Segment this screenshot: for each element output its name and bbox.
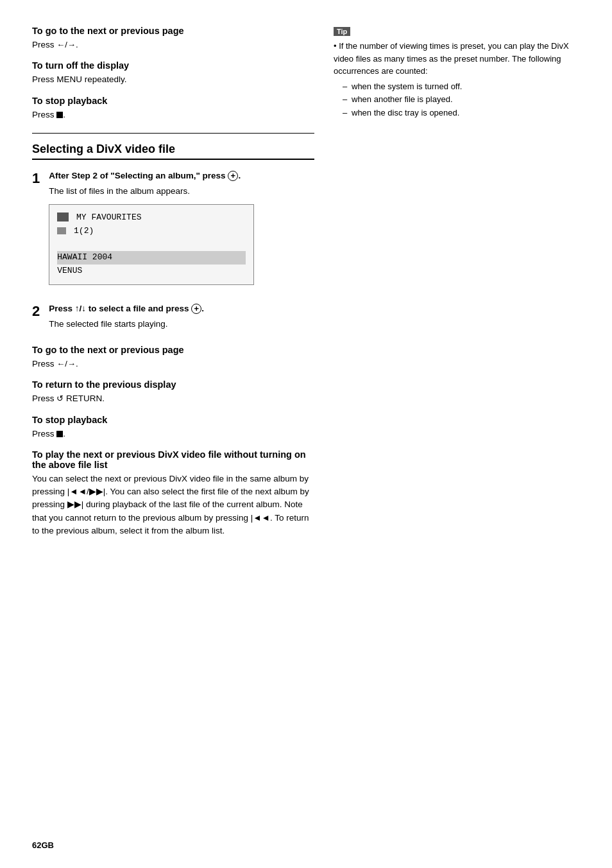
sub-icon xyxy=(57,227,66,234)
display-box: MY FAVOURITES 1(2) HAWAII 2004 VENUS xyxy=(49,204,254,285)
divider-1 xyxy=(32,133,314,134)
step-2-title: Press ↑/↓ to select a file and press +. xyxy=(49,303,314,315)
display-line-4: VENUS xyxy=(57,265,246,278)
section-body-stop-lower: Press . xyxy=(32,428,314,440)
display-text-2: 1(2) xyxy=(74,226,94,236)
step-2-number: 2 xyxy=(32,303,40,320)
stop-symbol-2 xyxy=(56,431,63,437)
section-body-turn-off: Press MENU repeatedly. xyxy=(32,73,314,86)
section-heading-stop-lower: To stop playback xyxy=(32,415,314,425)
section-body-stop-top: Press . xyxy=(32,108,314,121)
step-2-content: Press ↑/↓ to select a file and press +. … xyxy=(49,303,314,337)
tip-item-1: when the system is turned off. xyxy=(343,80,580,94)
arrow-left-right-symbol-2: ←/→ xyxy=(56,359,76,369)
section-next-prev-page-top: To go to the next or previous page Press… xyxy=(32,26,314,51)
display-line-2: 1(2) xyxy=(57,225,246,238)
two-column-layout: To go to the next or previous page Press… xyxy=(32,26,580,842)
tip-list: when the system is turned off. when anot… xyxy=(334,80,580,120)
main-section-heading: Selecting a DivX video file xyxy=(32,143,314,160)
return-symbol: ↺ xyxy=(56,394,64,403)
stop-symbol-1 xyxy=(56,112,63,118)
section-body-next-prev-lower: Press ←/→. xyxy=(32,358,314,370)
section-stop-playback-lower: To stop playback Press . xyxy=(32,415,314,440)
section-body-return: Press ↺ RETURN. xyxy=(32,392,314,405)
step-1-body: The list of files in the album appears. xyxy=(49,185,314,198)
display-text-1: MY FAVOURITES xyxy=(76,213,141,222)
tip-item-3: when the disc tray is opened. xyxy=(343,107,580,120)
tip-item-2: when another file is played. xyxy=(343,93,580,107)
section-stop-playback-top: To stop playback Press . xyxy=(32,96,314,121)
display-line-1: MY FAVOURITES xyxy=(57,211,246,225)
section-body-next-prev-top: Press ←/→. xyxy=(32,39,314,51)
tip-box: Tip • If the number of viewing times is … xyxy=(334,26,580,120)
arrow-left-right-symbol-1: ←/→ xyxy=(56,40,76,49)
display-line-3-highlight: HAWAII 2004 xyxy=(57,251,246,265)
step-1-number: 1 xyxy=(32,170,40,187)
step-1-title: After Step 2 of "Selecting an album," pr… xyxy=(49,170,314,182)
step-1-content: After Step 2 of "Selecting an album," pr… xyxy=(49,170,314,295)
step-2-body: The selected file starts playing. xyxy=(49,318,314,331)
section-heading-return: To return to the previous display xyxy=(32,379,314,390)
tip-label-text: Tip xyxy=(334,27,350,36)
section-heading-turn-off: To turn off the display xyxy=(32,60,314,71)
section-heading-stop-top: To stop playback xyxy=(32,96,314,106)
circle-plus-2: + xyxy=(191,304,201,314)
circle-plus-1: + xyxy=(228,171,238,181)
tip-intro: • If the number of viewing times is pres… xyxy=(334,40,580,78)
step-2-row: 2 Press ↑/↓ to select a file and press +… xyxy=(32,303,314,337)
section-heading-play-next: To play the next or previous DivX video … xyxy=(32,449,314,470)
section-play-next-prev-divx: To play the next or previous DivX video … xyxy=(32,449,314,537)
page-number: 62GB xyxy=(32,840,54,850)
left-column: To go to the next or previous page Press… xyxy=(32,26,314,842)
right-column: Tip • If the number of viewing times is … xyxy=(334,26,580,842)
section-body-play-next: You can select the next or previous DivX… xyxy=(32,473,314,537)
tip-label: Tip xyxy=(334,26,580,40)
section-heading-next-prev-lower: To go to the next or previous page xyxy=(32,345,314,355)
folder-icon xyxy=(57,213,69,221)
section-return-prev-display: To return to the previous display Press … xyxy=(32,379,314,405)
page: To go to the next or previous page Press… xyxy=(0,0,612,868)
section-turn-off-display: To turn off the display Press MENU repea… xyxy=(32,60,314,86)
section-next-prev-page-lower: To go to the next or previous page Press… xyxy=(32,345,314,370)
section-heading-next-prev-top: To go to the next or previous page xyxy=(32,26,314,36)
step-1-row: 1 After Step 2 of "Selecting an album," … xyxy=(32,170,314,295)
